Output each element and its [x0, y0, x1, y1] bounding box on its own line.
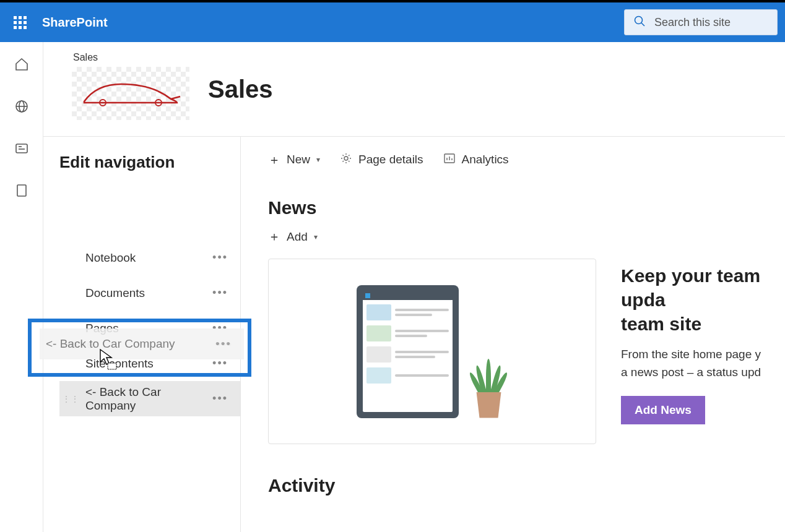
news-icon[interactable]: [14, 141, 29, 158]
more-icon[interactable]: •••: [212, 392, 228, 405]
analytics-label: Analytics: [462, 153, 509, 166]
site-header: Sales Sales: [43, 42, 785, 137]
svg-line-1: [641, 23, 644, 26]
home-icon[interactable]: [14, 57, 29, 74]
plus-icon: ＋: [268, 228, 280, 245]
add-news-dropdown[interactable]: ＋ Add ▾: [268, 228, 785, 245]
site-logo[interactable]: [72, 67, 189, 120]
dragging-item-label: <- Back to Car Company: [46, 337, 175, 351]
chevron-down-icon: ▾: [316, 155, 320, 164]
news-placeholder-card: [268, 259, 596, 444]
analytics-icon: [443, 152, 456, 168]
nav-item-label: Notebook: [85, 251, 136, 265]
add-news-button[interactable]: Add News: [621, 396, 705, 424]
page-toolbar: ＋ New ▾ Page details: [268, 137, 785, 182]
left-rail: [0, 42, 43, 532]
app-launcher-icon[interactable]: [7, 10, 32, 35]
add-label: Add: [287, 230, 308, 244]
files-icon[interactable]: [14, 183, 29, 200]
new-label: New: [287, 153, 310, 166]
tablet-illustration: [357, 285, 459, 418]
nav-item-documents[interactable]: ⋮⋮Documents •••: [59, 275, 240, 311]
plus-icon: ＋: [268, 152, 280, 168]
drag-handle-icon[interactable]: ⋮⋮: [62, 394, 79, 404]
more-icon[interactable]: •••: [212, 286, 228, 299]
nav-item-back-to-car-company[interactable]: ⋮⋮<- Back to Car Company •••: [59, 381, 240, 416]
page-details-button[interactable]: Page details: [340, 152, 423, 168]
search-icon: [633, 15, 646, 30]
breadcrumb[interactable]: Sales: [72, 52, 189, 63]
svg-point-0: [635, 17, 643, 24]
dragging-nav-item[interactable]: <- Back to Car Company •••: [40, 328, 244, 359]
svg-rect-8: [17, 185, 26, 196]
nav-panel-title: Edit navigation: [59, 153, 240, 172]
globe-icon[interactable]: [14, 99, 29, 116]
nav-item-label: <- Back to Car Company: [85, 385, 212, 413]
page-title: Sales: [208, 75, 273, 103]
app-header: SharePoint Search this site: [0, 2, 785, 42]
search-input[interactable]: Search this site: [624, 9, 778, 35]
nav-item-label: Documents: [85, 286, 145, 300]
app-name[interactable]: SharePoint: [42, 15, 108, 30]
more-icon[interactable]: •••: [212, 251, 228, 264]
svg-point-12: [344, 157, 348, 160]
gear-icon: [340, 152, 352, 168]
nav-item-notebook[interactable]: ⋮⋮Notebook •••: [59, 240, 240, 275]
page-details-label: Page details: [358, 153, 423, 166]
activity-section-title: Activity: [268, 475, 785, 496]
new-button[interactable]: ＋ New ▾: [268, 152, 320, 168]
plant-illustration: [470, 356, 508, 418]
analytics-button[interactable]: Analytics: [443, 152, 509, 168]
svg-rect-5: [16, 144, 27, 153]
news-promo-description: From the site home page y a news post – …: [621, 346, 785, 381]
edit-navigation-panel: Edit navigation <- Back to Car Company •…: [43, 137, 241, 532]
search-placeholder: Search this site: [654, 16, 731, 29]
news-section-title: News: [268, 197, 785, 218]
more-icon: •••: [215, 337, 232, 351]
news-promo-heading: Keep your team upda team site: [621, 264, 785, 336]
chevron-down-icon: ▾: [314, 233, 318, 241]
